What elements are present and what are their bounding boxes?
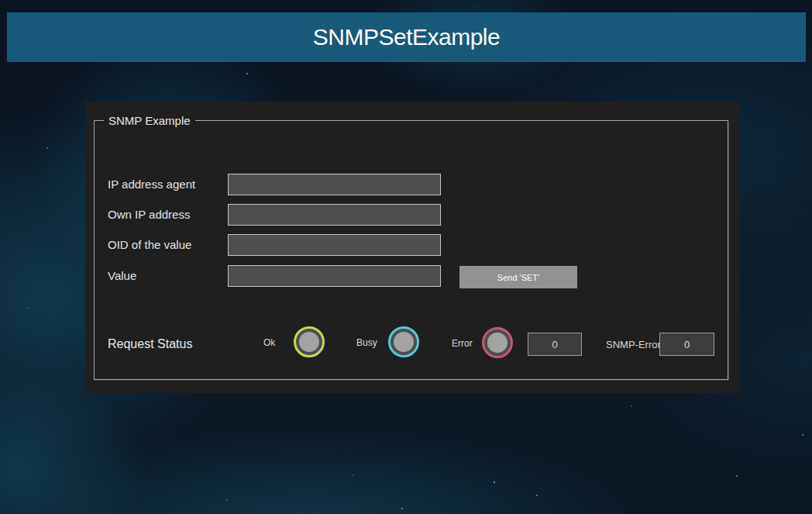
ip-address-agent-input[interactable] bbox=[228, 174, 441, 195]
error-status-led bbox=[482, 327, 513, 358]
title-bar: SNMPSetExample bbox=[7, 12, 806, 62]
error-led-core bbox=[487, 333, 508, 353]
busy-led-label: Busy bbox=[356, 337, 377, 348]
ok-led-core bbox=[299, 332, 319, 352]
oid-of-the-value-input[interactable] bbox=[228, 234, 441, 256]
snmp-error-label: SNMP-Error bbox=[606, 339, 661, 350]
send-set-button[interactable]: Send 'SET' bbox=[459, 266, 577, 288]
ok-led-label: Ok bbox=[263, 337, 275, 348]
error-led-label: Error bbox=[452, 338, 473, 349]
ok-status-led bbox=[294, 326, 325, 357]
main-panel: SNMP Example IP address agent Own IP add… bbox=[85, 102, 740, 393]
snmp-error-field: 0 bbox=[659, 333, 714, 356]
busy-led-core bbox=[394, 332, 414, 352]
busy-status-led bbox=[388, 326, 419, 357]
label-value: Value bbox=[108, 265, 136, 287]
label-ip-address-agent: IP address agent bbox=[108, 174, 195, 195]
error-count-field: 0 bbox=[528, 333, 582, 356]
label-oid-of-the-value: OID of the value bbox=[108, 234, 191, 256]
background-stars bbox=[0, 0, 2, 2]
request-status-label: Request Status bbox=[108, 337, 192, 351]
groupbox-legend: SNMP Example bbox=[104, 113, 195, 128]
window-title: SNMPSetExample bbox=[313, 24, 500, 50]
value-input[interactable] bbox=[228, 265, 441, 287]
own-ip-address-input[interactable] bbox=[228, 204, 441, 226]
label-own-ip-address: Own IP address bbox=[108, 204, 190, 226]
snmp-example-groupbox: SNMP Example IP address agent Own IP add… bbox=[94, 120, 728, 380]
